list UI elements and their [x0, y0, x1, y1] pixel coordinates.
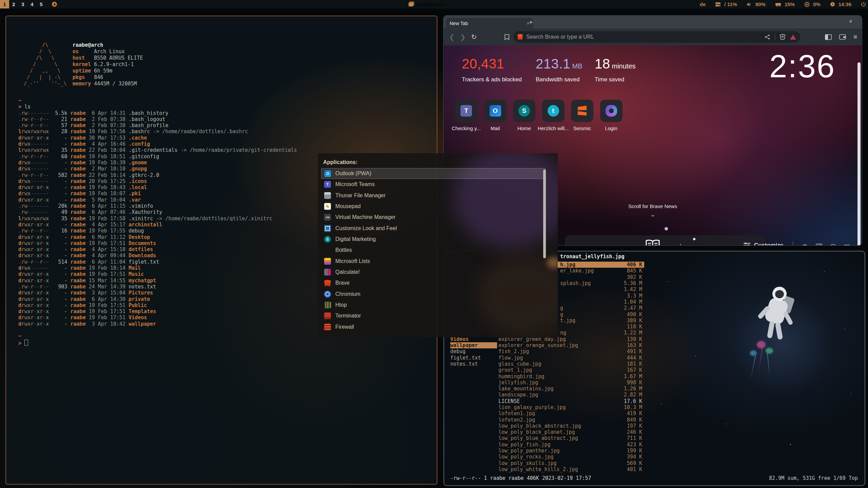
fm-row[interactable]: explorer_orange_sunset.jpg163 K [498, 342, 644, 348]
top-site-outlook[interactable]: O [484, 100, 507, 122]
fm-row[interactable]: glass_cube.jpg181 K [498, 361, 644, 367]
fm-row[interactable]: ng1.22 M [557, 330, 644, 336]
bookmarks-book-icon[interactable] [815, 244, 823, 245]
fm-row[interactable]: LICENSE17.6 K [498, 398, 644, 404]
fm-row[interactable]: 1.42 M [557, 286, 644, 292]
fm-row[interactable]: splash.jpg5.36 M [557, 280, 644, 286]
fm-row[interactable]: flow.jpg444 K [498, 354, 644, 361]
fm-row[interactable]: fish_2.jpg491 K [498, 348, 644, 354]
terminal-output: ~> ls.rw------- 5.5k raabe 6 Apr 14:31 .… [18, 98, 297, 346]
fm-parent-row[interactable]: notes.txt [450, 361, 497, 367]
launcher-item-bottles[interactable]: Bottles [321, 245, 546, 256]
forward-icon[interactable]: ❯ [460, 33, 466, 41]
launcher-item-label: Bottles [335, 247, 352, 253]
launcher-item-outlook[interactable]: OOutlook (PWA) [321, 168, 546, 179]
fm-row[interactable]: landscape.jpg2.82 M [498, 392, 644, 398]
ls-row: drwx------ - raabe 19 Feb 18:07 .pki [18, 190, 297, 197]
fm-row[interactable]: er_lake.jpg845 K [557, 268, 644, 274]
new-tab-button[interactable]: + [529, 19, 533, 26]
back-icon[interactable]: ❮ [449, 33, 455, 41]
fm-row[interactable]: lofoten2.jpg849 K [498, 416, 644, 423]
workspace-3[interactable]: 3 [18, 0, 27, 8]
workspace-1[interactable]: 1 [0, 0, 9, 8]
fm-row[interactable]: 302 K [557, 274, 644, 280]
fm-row[interactable]: low_poly_blue_abstract.jpg711 K [498, 435, 644, 441]
launcher-item-brave[interactable]: Brave [321, 278, 546, 288]
fm-row[interactable]: hummingbird.jpg1.67 M [498, 373, 644, 379]
ls-row: drwx------ - raabe 4 Apr 16:46 .config [18, 141, 297, 147]
fm-row[interactable]: low_poly_rocks.jpg394 K [498, 454, 644, 460]
fm-row[interactable]: lofoten1.jpg419 K [498, 410, 644, 416]
top-site-label: Checking y... [450, 125, 482, 131]
customize-button[interactable]: Customize [743, 242, 783, 245]
top-site-teams[interactable]: T [455, 100, 477, 122]
fm-row[interactable]: lake_mountains.jpg1.26 M [498, 386, 644, 392]
fm-row[interactable]: low_poly_panther.jpg199 K [498, 448, 644, 454]
fm-row[interactable]: low_poly_skulls.jpg569 K [498, 460, 644, 466]
browser-scrollbar[interactable]: ▼ [857, 62, 861, 245]
bookmarks-icon[interactable] [505, 34, 509, 40]
url-placeholder: Search Brave or type a URL [526, 34, 765, 40]
fm-parent-row[interactable]: figlet.txt [450, 354, 497, 361]
brave-news-peek-panel[interactable] [565, 235, 765, 245]
url-bar[interactable]: Search Brave or type a URL [513, 31, 800, 43]
power-icon[interactable] [861, 2, 866, 7]
top-site-seismic[interactable] [571, 100, 593, 122]
launcher-scrollbar[interactable] [543, 169, 546, 258]
launcher-item-qalculate[interactable]: Qalculate! [321, 267, 546, 278]
tab-search-chevron-icon[interactable]: ∨ [849, 18, 852, 24]
top-site-m365[interactable] [600, 100, 623, 122]
launcher-item-firewall[interactable]: Firewall [321, 322, 546, 332]
fm-row[interactable]: h.jpg406 K [557, 262, 644, 268]
fm-row[interactable]: lion_galaxy_purple.jpg10.3 M [498, 404, 644, 410]
launcher-item-mousepad[interactable]: ✎Mousepad [321, 201, 546, 212]
launcher-item-vmm[interactable]: VMVirtual Machine Manager [321, 212, 546, 223]
fm-row[interactable]: g2.47 M [557, 305, 644, 311]
share-icon[interactable] [765, 34, 770, 40]
vmm-icon: VM [324, 214, 331, 221]
top-site-tumblr[interactable]: t [542, 100, 565, 122]
fm-row[interactable]: low_poly_white_hills_2.jpg401 K [498, 466, 644, 472]
brave-shields-icon[interactable] [780, 34, 785, 40]
launcher-item-htop[interactable]: Htop [321, 300, 546, 310]
fm-parent-row[interactable]: wallpaper [450, 342, 497, 348]
launcher-item-chromium[interactable]: Chromium [321, 289, 546, 300]
launcher-item-terminator[interactable]: Terminator [321, 310, 546, 321]
firewall-icon [324, 324, 331, 330]
brave-rewards-icon[interactable] [790, 35, 796, 40]
fm-row[interactable]: low_poly_black_abstract.jpg197 K [498, 423, 644, 429]
fm-parent-row[interactable]: debug [450, 348, 497, 354]
screenshot-camera-icon[interactable] [844, 244, 852, 246]
fm-row[interactable]: t.jpg389 K [557, 318, 644, 324]
launcher-item-thunar[interactable]: Thunar File Manager [321, 190, 546, 201]
workspace-4[interactable]: 4 [27, 0, 37, 8]
fm-row[interactable]: 1.04 M [557, 299, 644, 305]
fm-row[interactable]: 3.3 M [557, 292, 644, 299]
fm-row[interactable]: low_poly_fish.jpg423 K [498, 442, 644, 448]
history-icon[interactable] [829, 244, 837, 245]
launcher-item-teams[interactable]: TMicrosoft Teams [321, 179, 546, 190]
fm-row[interactable]: 118 K [557, 324, 644, 330]
menu-icon[interactable]: ≡ [853, 33, 857, 41]
volume-level: 80% [755, 1, 766, 7]
launcher-icon[interactable] [52, 2, 57, 7]
fm-row[interactable]: jellyfish.jpg998 K [498, 380, 644, 386]
workspace-2[interactable]: 2 [9, 0, 18, 8]
launcher-item-lists[interactable]: Microsoft Lists [321, 256, 546, 267]
ls-row: drwxr-xr-x - raabe 4 Apr 09:44 Downloads [18, 252, 297, 259]
settings-gear-icon[interactable]: ⚙ [801, 243, 809, 245]
fm-row[interactable]: g490 K [557, 311, 644, 317]
ls-row: .rw-r--r-- 514 raabe 6 Apr 11:04 figlet.… [18, 259, 297, 265]
mousepad-icon: ✎ [324, 203, 331, 210]
sidebar-icon[interactable] [825, 34, 832, 40]
workspace-5[interactable]: 5 [37, 0, 46, 8]
tab-new-tab[interactable]: New Tab × [446, 18, 533, 28]
launcher-item-digital[interactable]: SDigital Marketing [321, 234, 546, 245]
reload-icon[interactable]: ↻ [471, 33, 477, 41]
top-site-label: Home [508, 125, 540, 131]
wallet-icon[interactable] [839, 34, 846, 40]
top-site-sharepoint[interactable]: S [513, 100, 535, 122]
fm-row[interactable]: groot_1.jpg167 K [498, 367, 644, 373]
fm-row[interactable]: low_poly_black_planet.jpg246 K [498, 429, 644, 435]
launcher-item-lookfeel[interactable]: Customize Look and Feel [321, 223, 546, 234]
